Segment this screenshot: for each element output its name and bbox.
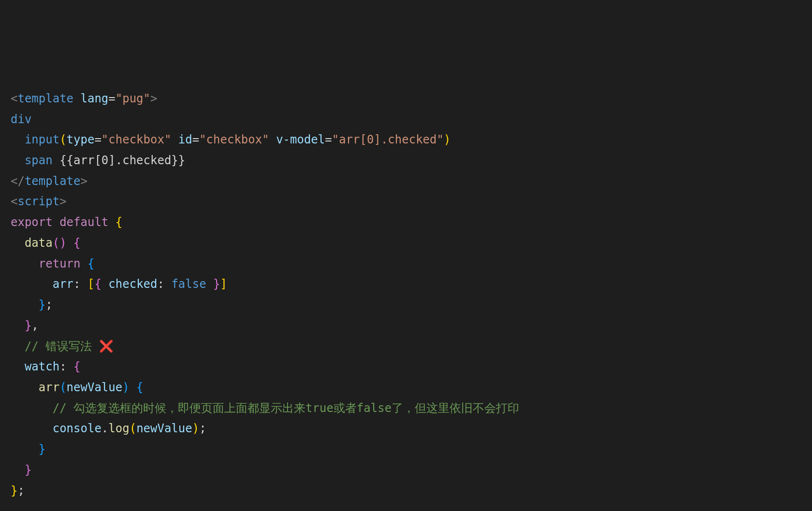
dot: .: [102, 422, 108, 435]
param-newvalue: newValue: [136, 422, 192, 435]
pug-span-text: {{arr[0].checked}}: [53, 154, 186, 167]
paren-open: (: [59, 381, 66, 394]
brace-close: }: [25, 463, 31, 477]
tag-template: template: [17, 92, 73, 105]
brace-open: {: [73, 236, 80, 250]
paren-close: ): [444, 133, 450, 146]
attr-lang-value: "pug": [116, 92, 150, 105]
semicolon: ;: [17, 484, 24, 497]
brace-open: {: [136, 381, 143, 394]
paren-open: (: [130, 422, 136, 435]
semicolon: ;: [199, 422, 206, 435]
attr-type: type: [67, 133, 95, 146]
tag-bracket: <: [11, 92, 17, 105]
brace-close: }: [25, 319, 31, 332]
tag-bracket: <: [11, 195, 17, 208]
param-newvalue: newValue: [67, 381, 123, 394]
attr-vmodel: v-model: [276, 133, 325, 146]
paren-close: ): [192, 422, 199, 435]
attr-id-value: "checkbox": [199, 133, 269, 146]
method-log: log: [108, 422, 129, 435]
attr-lang: lang: [81, 92, 109, 105]
bool-false: false: [171, 277, 206, 291]
semicolon: ;: [45, 298, 52, 312]
brace-close: }: [11, 484, 17, 497]
brace-open: {: [94, 277, 101, 291]
tag-bracket: >: [150, 92, 157, 105]
attr-vmodel-value: "arr[0].checked": [332, 133, 444, 146]
tag-bracket: </: [11, 174, 25, 188]
method-data: data: [25, 236, 53, 250]
equals: =: [108, 92, 115, 105]
bracket-open: [: [87, 277, 94, 291]
pug-input: input: [25, 133, 59, 146]
pug-div: div: [11, 113, 31, 126]
keyword-return: return: [39, 257, 81, 270]
cross-icon: ❌: [99, 340, 114, 353]
comment-explain: // 勾选复选框的时候，即便页面上面都显示出来true或者false了，但这里依…: [53, 401, 519, 415]
brace-close: }: [39, 298, 45, 312]
brace-open: {: [87, 257, 94, 270]
colon: :: [73, 277, 80, 291]
equals: =: [94, 133, 101, 146]
prop-checked: checked: [108, 277, 157, 291]
tag-bracket: >: [81, 174, 87, 188]
paren-close: ): [59, 236, 66, 250]
tag-template-close: template: [25, 174, 81, 188]
comment-wrong: // 错误写法: [25, 340, 99, 353]
keyword-export: export: [11, 215, 53, 229]
code-editor[interactable]: <template lang="pug"> div input(type="ch…: [0, 88, 812, 501]
equals: =: [325, 133, 332, 146]
method-arr: arr: [39, 381, 59, 394]
tag-bracket: >: [59, 195, 66, 208]
colon: :: [59, 360, 66, 373]
attr-type-value: "checkbox": [102, 133, 172, 146]
brace-close: }: [39, 442, 45, 456]
comma: ,: [31, 319, 38, 332]
bracket-close: ]: [220, 277, 227, 291]
brace-close: }: [213, 277, 220, 291]
paren-open: (: [53, 236, 59, 250]
obj-console: console: [53, 422, 102, 435]
paren-close: ): [122, 381, 129, 394]
code-content: <template lang="pug"> div input(type="ch…: [0, 88, 812, 501]
colon: :: [157, 277, 164, 291]
keyword-default: default: [59, 215, 108, 229]
attr-id: id: [178, 133, 192, 146]
brace-open: {: [116, 215, 122, 229]
tag-script: script: [17, 195, 59, 208]
pug-span: span: [25, 154, 53, 167]
equals: =: [192, 133, 199, 146]
prop-arr: arr: [53, 277, 73, 291]
paren-open: (: [59, 133, 66, 146]
brace-open: {: [73, 360, 80, 373]
prop-watch: watch: [25, 360, 59, 373]
